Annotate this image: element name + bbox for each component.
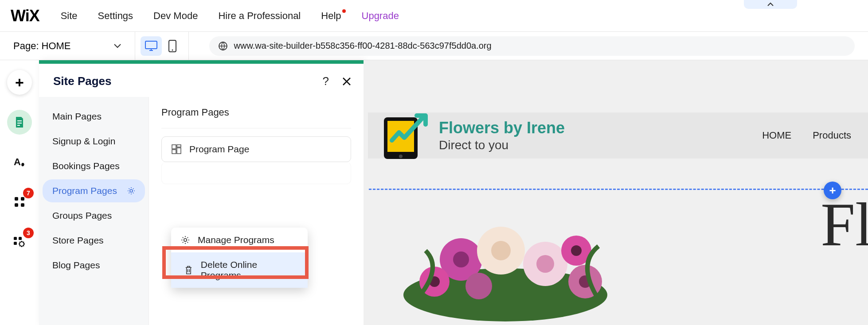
manage-badge: 3	[23, 228, 34, 238]
url-text: www.wa-site-builder-b558c356-ff00-4281-8…	[234, 41, 492, 51]
menu-site[interactable]: Site	[61, 10, 78, 22]
mobile-icon	[168, 40, 176, 52]
manage-button[interactable]: 3	[7, 229, 32, 254]
svg-point-24	[399, 155, 403, 158]
svg-rect-11	[21, 203, 24, 207]
svg-text:A: A	[14, 156, 21, 167]
svg-rect-18	[177, 145, 181, 147]
gear-icon[interactable]	[127, 187, 135, 195]
category-blog-pages[interactable]: Blog Pages	[43, 254, 145, 277]
main-area: + A 7 3 Site Pages ?	[0, 60, 868, 325]
svg-rect-12	[14, 237, 17, 240]
nav-home[interactable]: HOME	[762, 130, 791, 141]
url-bar[interactable]: www.wa-site-builder-b558c356-ff00-4281-8…	[209, 36, 855, 56]
apps-button[interactable]: 7	[7, 190, 32, 214]
nav-products[interactable]: Products	[813, 130, 851, 141]
section-title: Program Pages	[161, 107, 351, 118]
notification-dot-icon	[342, 9, 346, 13]
gear-icon	[181, 236, 190, 244]
page-label-text: Page:	[13, 40, 39, 52]
flower-image	[390, 197, 621, 325]
svg-rect-0	[145, 41, 157, 49]
menu-dev-mode[interactable]: Dev Mode	[153, 10, 198, 22]
svg-point-35	[571, 245, 582, 256]
globe-icon	[218, 41, 228, 51]
svg-rect-17	[172, 145, 176, 149]
design-button[interactable]: A	[7, 150, 32, 174]
svg-rect-6	[17, 125, 20, 126]
site-subtitle: Direct to you	[439, 138, 565, 152]
panel-accent-strip	[39, 60, 364, 64]
divider	[161, 128, 351, 128]
svg-rect-8	[15, 197, 18, 201]
desktop-view-button[interactable]	[141, 36, 162, 56]
add-button[interactable]: +	[7, 70, 32, 95]
site-logo	[374, 109, 431, 162]
mobile-view-button[interactable]	[162, 36, 183, 56]
page-row-program-page[interactable]: Program Page	[161, 136, 351, 162]
svg-rect-10	[15, 203, 18, 207]
menu-hire[interactable]: Hire a Professional	[218, 10, 301, 22]
help-button[interactable]: ?	[323, 74, 329, 88]
site-title-block: Flowers by Irene Direct to you	[439, 119, 565, 152]
site-nav: HOME Products	[762, 130, 851, 141]
svg-rect-4	[17, 120, 22, 121]
wix-logo: WiX	[11, 7, 39, 25]
svg-point-2	[172, 49, 173, 50]
svg-rect-14	[14, 242, 17, 245]
hero-heading: Fl	[821, 189, 868, 260]
top-menu: Site Settings Dev Mode Hire a Profession…	[61, 10, 399, 22]
menu-upgrade[interactable]: Upgrade	[362, 10, 399, 22]
page-row-label: Program Page	[189, 144, 249, 155]
layout-icon	[172, 144, 181, 154]
svg-rect-9	[21, 197, 24, 201]
svg-point-16	[130, 190, 133, 192]
grid-icon	[14, 196, 25, 208]
category-label: Program Pages	[52, 186, 117, 196]
page-name-text: HOME	[42, 40, 71, 52]
panel-title: Site Pages	[53, 74, 112, 88]
svg-point-29	[491, 241, 511, 260]
site-title: Flowers by Irene	[439, 119, 565, 137]
device-switcher	[135, 32, 189, 60]
panel-header: Site Pages ?	[39, 64, 364, 97]
trash-icon	[184, 265, 193, 275]
svg-rect-5	[17, 123, 22, 124]
category-signup-login[interactable]: Signup & Login	[43, 130, 145, 153]
panel-categories: Main Pages Signup & Login Bookings Pages…	[39, 97, 149, 325]
chevron-up-icon	[767, 2, 774, 7]
preview-canvas: Flowers by Irene Direct to you HOME Prod…	[364, 60, 868, 325]
page-row-placeholder	[161, 162, 351, 184]
category-program-pages[interactable]: Program Pages	[43, 179, 145, 202]
category-bookings-pages[interactable]: Bookings Pages	[43, 155, 145, 178]
page-selector[interactable]: Page: HOME	[13, 40, 121, 52]
page-icon	[14, 116, 25, 128]
ctx-manage-programs[interactable]: Manage Programs	[171, 228, 308, 252]
paint-icon: A	[13, 155, 26, 169]
chevron-down-icon	[113, 43, 121, 49]
ctx-delete-label: Delete Online Programs	[201, 259, 294, 281]
ctx-manage-label: Manage Programs	[198, 235, 274, 245]
section-divider	[369, 189, 868, 190]
collapse-handle[interactable]	[744, 0, 797, 9]
ctx-delete-online-programs[interactable]: Delete Online Programs	[171, 252, 308, 288]
menu-help[interactable]: Help	[321, 10, 341, 22]
svg-point-21	[184, 239, 187, 241]
context-menu: Manage Programs Delete Online Programs	[171, 228, 308, 288]
svg-rect-20	[172, 150, 176, 154]
grid-gear-icon	[13, 236, 26, 248]
svg-rect-19	[177, 148, 181, 154]
secondary-bar: Page: HOME www.wa-site-builder-b558c356-…	[0, 32, 868, 60]
desktop-icon	[145, 41, 157, 51]
site-header: Flowers by Irene Direct to you HOME Prod…	[368, 112, 868, 159]
panel-content: Program Pages Program Page	[149, 97, 364, 325]
menu-settings[interactable]: Settings	[98, 10, 133, 22]
svg-point-31	[536, 255, 554, 273]
category-groups-pages[interactable]: Groups Pages	[43, 204, 145, 227]
svg-point-38	[465, 273, 492, 299]
pages-button[interactable]	[7, 110, 32, 135]
category-store-pages[interactable]: Store Pages	[43, 229, 145, 252]
close-button[interactable]	[342, 77, 351, 86]
category-main-pages[interactable]: Main Pages	[43, 105, 145, 128]
top-menu-bar: WiX Site Settings Dev Mode Hire a Profes…	[0, 0, 868, 32]
